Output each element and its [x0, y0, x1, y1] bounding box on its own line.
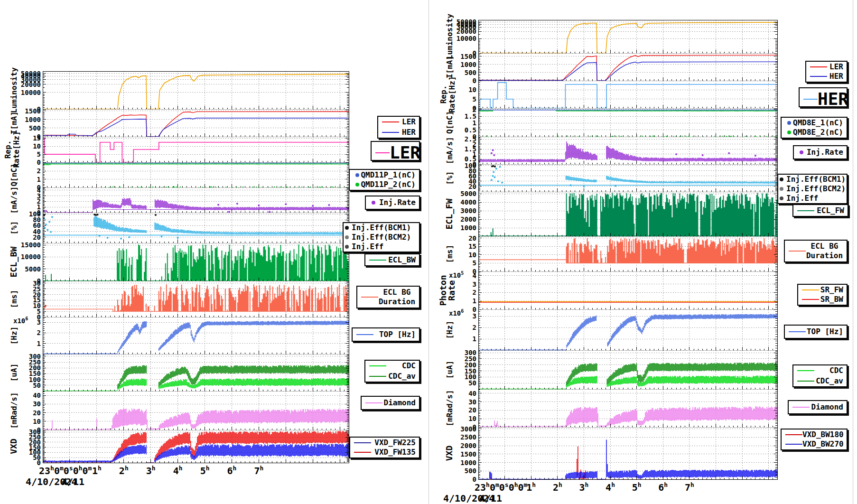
legend-marker-line	[785, 444, 802, 445]
subplot-diamond: 403020100[mRad/s]	[9, 391, 349, 434]
legend-i-legend: LERHER	[377, 116, 420, 139]
ytick-vxd: 2500	[460, 433, 476, 441]
ytick-top: 2	[37, 329, 41, 336]
ytick-diamond: 30	[468, 398, 476, 406]
legend-marker-line	[797, 381, 814, 382]
legend-label: TOP [Hz]	[806, 327, 847, 336]
subplot-ecl-fw: 50004000300020001000ECL_FW	[444, 190, 777, 236]
ylabel-vxd: VXD	[9, 439, 19, 454]
legend-entry: TOP [Hz]	[785, 327, 847, 336]
legend-entry: TOP [Hz]	[353, 330, 419, 339]
ytick-charge: 1	[37, 176, 41, 183]
subplot-luminosity: 50000400003000020000100000Luminosity	[9, 67, 349, 113]
x-axis-label: 23h0m0s0h0m	[475, 481, 528, 493]
legend-eclfw-legend: ECL_FW	[792, 204, 848, 217]
ylabel-rep-rate: Rate[Hz]	[447, 76, 456, 112]
legend-marker-dot	[345, 235, 349, 239]
legend-label: LER	[827, 62, 847, 72]
legend-marker-line	[356, 334, 373, 335]
legend-injeff-legend: Inj.Eff(BCM1)Inj.Eff(BCM2)Inj.Eff	[343, 222, 420, 252]
ytick-diamond: 10	[33, 418, 41, 425]
ytick-ecl-fw: 1000	[460, 224, 476, 232]
legend-marker-dot	[787, 131, 791, 134]
legend-entry: CDC_av	[365, 372, 419, 381]
legend-entry: Inj.Eff(BCM2)	[344, 233, 419, 242]
subplot-inj-rate: 43210[mA/s]	[9, 187, 349, 216]
ylabel-diamond: [mRad/s]	[445, 390, 454, 426]
ylabel-inj-eff: [%]	[9, 221, 19, 235]
x-axis-label: 7h	[254, 465, 263, 476]
date-next: 4/11	[62, 476, 84, 487]
x-axis-label: 23h0m0s0h0m	[39, 465, 92, 476]
root-canvas: 50000400003000020000100000Luminosity1500…	[0, 0, 857, 504]
legend-entry: HER	[378, 128, 419, 137]
legend-entry: VXD_FW225	[350, 438, 419, 448]
subplot-vxd: 300250200150100500VXD	[9, 428, 349, 467]
ytick-ecl-fw: 2000	[460, 215, 476, 223]
legend-label: SR_BW	[819, 295, 847, 304]
ytick-rep-rate: 5	[37, 150, 41, 158]
legend-label: CDC	[814, 366, 847, 375]
legend-label: TOP [Hz]	[373, 330, 419, 339]
subplot-luminosity: 50000400003000020000100000Luminosity	[445, 13, 777, 59]
legend-marker-line	[354, 452, 371, 453]
legend-marker-dot	[355, 183, 359, 187]
legend-entry: HER	[806, 72, 847, 81]
legend-marker-line	[789, 331, 806, 332]
legend-marker-dot	[800, 150, 803, 154]
ytick-diamond: 30	[33, 400, 41, 408]
ytick-rep-rate: 5	[473, 95, 476, 103]
legend-label: CDC	[386, 361, 419, 371]
subplot-inj-rate: 2.521.510.50[mA/s]	[445, 135, 777, 168]
exp-label-photon-rate: x105	[449, 271, 464, 279]
ytick-diamond: 40	[33, 392, 41, 399]
legend-marker-dot	[355, 173, 359, 177]
ylabel-top: [Hz]	[445, 321, 454, 339]
legend-rep-legend: HER	[799, 87, 848, 107]
legend-label: VXD_FW135	[371, 448, 419, 457]
legend-label: SR_FW	[819, 285, 847, 295]
subplot-top: 321[Hz]x106	[9, 316, 349, 354]
ytick-vxd: 1000	[460, 459, 476, 467]
legend-label: ECL BG Duration	[806, 242, 847, 261]
exp-label-top: x106	[13, 316, 28, 325]
ytick-diamond: 10	[468, 415, 476, 422]
legend-label: VXD_FW225	[371, 438, 419, 448]
legend-label: Inj.Eff(BCM1)	[349, 223, 419, 233]
x-axis-label: 7h	[685, 481, 694, 493]
legend-label: Inj.Eff(BCM2)	[783, 184, 849, 194]
legend-entry: Diamond	[362, 398, 419, 408]
ytick-diamond: 20	[468, 406, 476, 414]
legend-marker-dot	[780, 196, 783, 200]
legend-cdc-legend: CDCCDC_av	[792, 364, 848, 387]
ytick-vxd: 3000	[460, 425, 476, 433]
legend-entry: Inj.Eff	[778, 194, 847, 203]
panel-right: 50000400003000020000100000Luminosity1500…	[429, 0, 857, 504]
subplot-charge: 21.510.50Q[nC]	[445, 106, 777, 140]
legend-entry: Diamond	[789, 402, 847, 412]
legend-marker-dot	[780, 177, 783, 181]
legend-entry: Inj.Eff	[344, 242, 419, 252]
legend-entry: CDC_av	[793, 376, 847, 386]
ylabel-rep-rate: Rep.	[439, 85, 448, 104]
ylabel-luminosity: Luminosity	[445, 13, 454, 59]
x-axis-label: 1h	[526, 481, 536, 493]
ylabel-rep-rate: Rate[Hz]	[12, 131, 21, 168]
ytick-cdc: 50	[468, 379, 476, 387]
ytick-vxd: 500	[465, 467, 476, 475]
legend-marker-line	[810, 76, 827, 77]
legend-label: CDC_av	[814, 376, 847, 386]
panel-left: 50000400003000020000100000Luminosity1500…	[0, 0, 429, 504]
legend-entry: ECL_BW	[365, 255, 419, 265]
legend-label: ECL BG Duration	[378, 288, 419, 307]
legend-entry: ECL BG Duration	[357, 288, 419, 307]
ytick-inj-eff: 20	[33, 233, 41, 241]
legend-label: ECL_FW	[814, 206, 848, 215]
legend-label: ECL_BW	[386, 255, 419, 265]
x-axis-label: 3h	[579, 481, 588, 493]
date-next: 4/11	[479, 493, 502, 504]
subplot-ecl-bw: 150001000050000ECL_BW	[9, 241, 349, 285]
legend-entry: Inj.Eff(BCM2)	[778, 184, 847, 194]
legend-marker-line	[375, 152, 390, 153]
legend-entry: CDC	[793, 366, 847, 375]
